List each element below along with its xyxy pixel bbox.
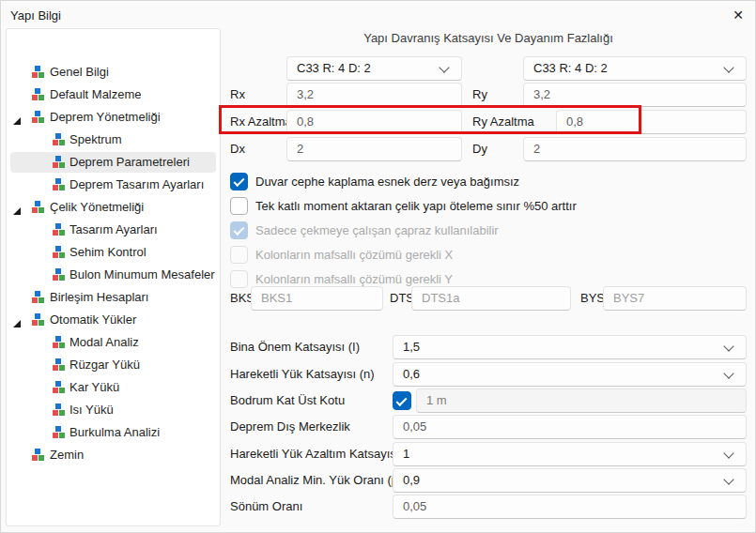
checkbox[interactable] bbox=[230, 173, 248, 190]
behavior-combo-x[interactable]: C33 R: 4 D: 2 bbox=[286, 56, 462, 81]
field-label: Deprem Dış Merkezlik bbox=[230, 415, 350, 439]
checkbox bbox=[230, 246, 248, 264]
hareketli-yuk-azaltim-select[interactable]: 1 bbox=[393, 442, 747, 466]
chevron-down-icon bbox=[723, 474, 733, 484]
main-panel: Yapı Davranış Katsayısı Ve Dayanım Fazla… bbox=[0, 0, 756, 533]
field-label: Hareketli Yük Katsayısı (n) bbox=[230, 362, 375, 387]
bina-onem-katsayisi-select[interactable]: 1,5 bbox=[393, 335, 747, 359]
bks-input: BKS1 bbox=[251, 286, 383, 311]
ry-input[interactable]: 3,2 bbox=[523, 83, 747, 107]
dy-input[interactable]: 2 bbox=[523, 137, 747, 161]
dts-input: DTS1a bbox=[411, 286, 571, 311]
checkbox-label: Sadece çekmeye çalışan çapraz kullanılab… bbox=[255, 221, 499, 239]
yapi-bilgi-dialog: Yapı Bilgi ✕ Genel BilgiDefault MalzemeD… bbox=[0, 0, 756, 533]
field-label: Sönüm Oranı bbox=[230, 495, 302, 519]
field-label: Rx bbox=[230, 83, 245, 107]
checkbox-label: Kolonların mafsallı çözümü gerekli X bbox=[255, 246, 453, 264]
rx-input[interactable]: 3,2 bbox=[286, 83, 462, 107]
modal-analiz-min-yuk-select[interactable]: 0,9 bbox=[393, 468, 747, 493]
checkbox[interactable] bbox=[230, 197, 248, 215]
behavior-combo-y[interactable]: C33 R: 4 D: 2 bbox=[523, 56, 747, 81]
field-label: Dx bbox=[230, 137, 245, 161]
dx-input[interactable]: 2 bbox=[286, 137, 462, 161]
bodrum-kat-checkbox[interactable] bbox=[393, 391, 411, 410]
checkbox-label: Tek katlı moment aktaran çelik yapı ötel… bbox=[255, 197, 577, 215]
check-icon bbox=[233, 175, 244, 187]
field-label: Bodrum Kat Üst Kotu bbox=[230, 388, 345, 413]
field-label: BYS bbox=[580, 286, 605, 311]
check-icon bbox=[395, 395, 407, 406]
chevron-down-icon bbox=[723, 62, 733, 72]
sonum-orani-input[interactable]: 0,05 bbox=[393, 495, 747, 519]
field-label: Dy bbox=[472, 137, 487, 161]
chevron-down-icon bbox=[439, 62, 449, 72]
rx-azaltma-input[interactable]: 0,8 bbox=[286, 110, 462, 134]
chevron-down-icon bbox=[723, 341, 733, 351]
bodrum-kat-ust-kotu-input[interactable]: 1 m bbox=[416, 388, 747, 413]
field-label: Rx Azaltma bbox=[230, 110, 292, 134]
chevron-down-icon bbox=[723, 448, 733, 458]
deprem-dis-merkezlik-input[interactable]: 0,05 bbox=[393, 415, 747, 439]
section-title: Yapı Davranış Katsayısı Ve Dayanım Fazla… bbox=[230, 31, 747, 45]
field-label: Ry bbox=[472, 83, 487, 107]
ry-azaltma-input[interactable]: 0,8 bbox=[556, 110, 747, 134]
hareketli-yuk-katsayisi-select[interactable]: 0,6 bbox=[393, 362, 747, 387]
checkbox bbox=[230, 221, 248, 239]
checkbox-label: Duvar cephe kaplama esnek derz veya bağı… bbox=[255, 173, 519, 190]
field-label: Modal Analiz Min. Yük Oranı (β) bbox=[230, 468, 403, 493]
check-icon bbox=[233, 224, 244, 236]
field-label: Ry Azaltma bbox=[472, 110, 534, 134]
field-label: Bina Önem Katsayısı (I) bbox=[230, 335, 360, 359]
bys-input: BYS7 bbox=[603, 286, 747, 311]
chevron-down-icon bbox=[723, 368, 733, 378]
